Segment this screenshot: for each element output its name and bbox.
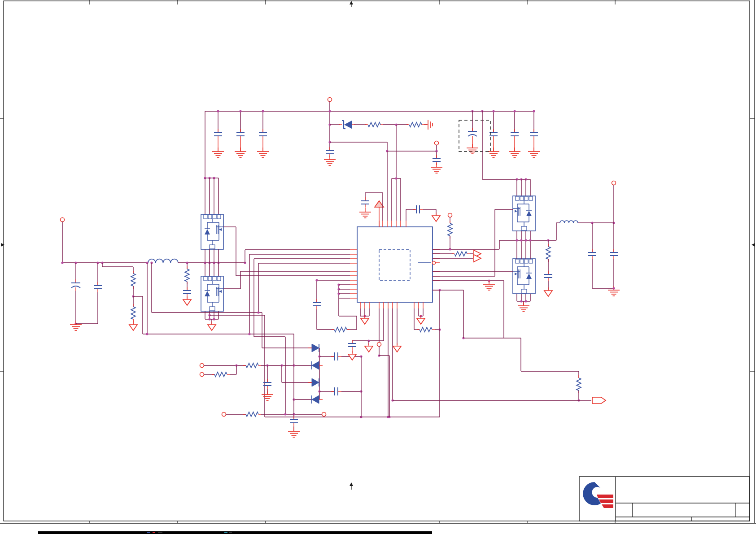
junction-dot <box>524 300 527 302</box>
resistor <box>420 327 432 332</box>
ic-thermal-pad <box>379 249 410 281</box>
body-diode-icon <box>205 291 210 296</box>
next-page-microtext <box>229 532 232 533</box>
junction-dot <box>328 110 331 112</box>
body-diode-icon <box>526 211 532 216</box>
power-arrow-down-icon <box>417 318 425 324</box>
junction-dot <box>492 110 494 112</box>
junction-dot <box>520 300 522 302</box>
center-mark-icon <box>350 482 353 486</box>
mosfet-pin-box <box>521 289 527 293</box>
resistor <box>214 372 227 377</box>
power-arrow-down-icon <box>432 216 440 221</box>
junction-dot <box>533 110 535 112</box>
resistor <box>334 327 347 332</box>
next-page-edge <box>38 531 432 534</box>
mosfet-pin-box <box>516 196 519 200</box>
net-port-icon <box>435 141 439 145</box>
power-arrow-down-icon <box>183 300 191 305</box>
center-mark-icon <box>350 1 353 4</box>
junction-dot <box>315 279 318 281</box>
junction-dot <box>239 110 241 112</box>
diode <box>312 344 319 352</box>
junction-dot <box>257 311 259 313</box>
mosfet-pin-box <box>529 196 533 200</box>
power-arrow-down-icon <box>348 354 356 360</box>
ic-bubble-pin <box>433 261 436 265</box>
junction-dot <box>524 239 527 241</box>
center-mark-icon <box>752 243 755 247</box>
mosfet-pin-box <box>204 277 207 281</box>
center-mark-icon <box>1 243 4 247</box>
power-arrow-down-icon <box>361 318 369 324</box>
next-page-microtext <box>158 532 162 533</box>
mosfet-pin-box <box>208 277 212 281</box>
q-swoosh-logo <box>583 482 613 508</box>
junction-dot <box>284 413 286 415</box>
resistor <box>246 412 258 417</box>
net-port-icon <box>322 412 326 417</box>
logo-stripe <box>599 499 613 503</box>
net-port-icon <box>222 412 226 417</box>
mosfet-arrow <box>515 273 517 275</box>
junction-dot <box>213 318 215 320</box>
title-block <box>579 477 750 521</box>
inductor <box>560 221 578 223</box>
junction-dot <box>612 287 615 289</box>
next-page-microtext <box>224 532 227 533</box>
resistor <box>131 307 135 319</box>
junction-dot <box>520 239 522 241</box>
mosfet-pin-box <box>516 259 519 263</box>
logo-ring <box>583 482 601 505</box>
power-arrow-down-icon <box>365 346 373 352</box>
power-arrow-down-icon <box>129 325 137 330</box>
resistor <box>246 363 258 368</box>
junction-dot <box>61 261 63 264</box>
mosfet-pin-box <box>210 245 215 249</box>
logo-stripe <box>602 504 613 508</box>
drawing-border <box>4 1 750 521</box>
resistor <box>368 122 380 127</box>
junction-dot <box>146 333 148 335</box>
mosfet-pin-box <box>521 226 527 230</box>
resistor <box>546 247 551 259</box>
body-diode-icon <box>526 274 532 279</box>
controller-ic <box>357 227 433 302</box>
junction-dot <box>208 318 210 320</box>
mosfet-arrow <box>515 210 517 213</box>
diode <box>312 378 319 386</box>
resistor <box>577 378 581 391</box>
junction-dot <box>217 110 219 112</box>
net-port-icon <box>61 218 65 222</box>
junction-dot <box>516 239 518 241</box>
power-arrow-down-icon <box>208 325 216 330</box>
mosfet-pin-box <box>520 196 524 200</box>
zener-diode <box>344 121 352 129</box>
mosfet-arrow <box>219 290 222 293</box>
next-page-microtext <box>153 532 155 533</box>
mosfet-pin-box <box>213 277 216 281</box>
resistor <box>409 122 422 127</box>
net-port-icon <box>200 364 204 368</box>
schematic-sheet <box>0 0 756 534</box>
power-arrow-down-icon <box>393 346 401 352</box>
resistor <box>454 252 467 256</box>
resistor <box>185 269 189 282</box>
mosfet-pin-box <box>208 215 212 219</box>
resistor <box>448 223 452 236</box>
mosfet-pin-box <box>213 215 216 219</box>
mosfet-pin-box <box>204 215 207 219</box>
mosfet-pin-box <box>520 259 524 263</box>
net-port-icon <box>328 98 332 102</box>
junction-dot <box>395 177 397 179</box>
power-arrow-down-icon <box>544 291 552 296</box>
offpage-pointer-icon <box>592 397 606 404</box>
mosfet-pin-box <box>217 215 221 219</box>
mosfet-pin-box <box>217 277 221 281</box>
junction-dot <box>262 110 264 112</box>
mosfet-pin-box <box>524 259 528 263</box>
schematic-canvas <box>0 0 756 534</box>
power-arrow-up-icon <box>375 201 384 207</box>
diode <box>312 361 319 369</box>
net-port-icon <box>377 343 381 347</box>
